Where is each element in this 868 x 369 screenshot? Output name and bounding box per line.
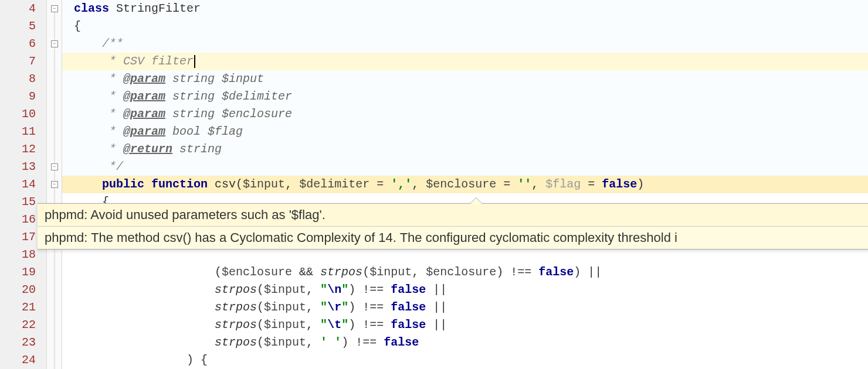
code-line[interactable]: strpos($input, ' ') !== false [62,334,868,351]
function-name: csv [215,177,236,191]
line-number: 20 [0,281,46,299]
fold-gutter: − − − − [47,0,62,369]
code-line[interactable]: strpos($input, "\t") !== false || [62,316,868,334]
doc-close: */ [102,160,123,173]
code-line[interactable]: * CSV filter [62,53,868,70]
param: $input [243,177,285,191]
line-number: 24 [0,351,46,369]
line-number: 19 [0,264,46,281]
class-name: StringFilter [116,2,201,15]
code-line[interactable]: class StringFilter [62,0,868,18]
line-number: 22 [0,316,46,334]
fold-end-icon[interactable]: − [51,163,58,170]
doc-tag-param: @param [123,125,165,138]
line-number: 9 [0,88,46,105]
line-number: 5 [0,18,46,35]
line-number-gutter: 4 5 6 7 8 9 10 11 12 13 14 15 16 17 18 1… [0,0,47,369]
fold-toggle-icon[interactable]: − [51,40,58,47]
line-number: 14 [0,176,46,193]
fn-strpos: strpos [215,283,257,296]
keyword-class: class [74,2,109,15]
doc-var: $delimiter [222,90,292,103]
fn-strpos: strpos [215,318,257,332]
code-line[interactable]: */ [62,158,868,176]
doc-open: /** [102,37,123,50]
fold-toggle-icon[interactable]: − [51,5,58,12]
doc-tag-param: @param [123,107,165,121]
line-number: 7 [0,53,46,70]
close-paren-brace: ) { [187,353,208,367]
text-caret [194,55,195,68]
code-line[interactable]: /** [62,35,868,53]
line-number: 6 [0,35,46,53]
line-number: 12 [0,141,46,158]
code-line[interactable]: strpos($input, "\n") !== false || [62,281,868,299]
keyword-public: public [102,177,144,191]
code-line[interactable]: strpos($input, "\r") !== false || [62,299,868,316]
keyword-function: function [151,177,208,191]
doc-var: $flag [208,125,243,138]
param: $flag [545,177,581,191]
line-number: 8 [0,70,46,88]
line-number: 10 [0,105,46,123]
keyword-false: false [602,177,637,191]
doc-tag-param: @param [123,90,165,103]
code-area[interactable]: class StringFilter { /** * CSV filter * … [62,0,868,369]
code-editor[interactable]: 4 5 6 7 8 9 10 11 12 13 14 15 16 17 18 1… [0,0,868,369]
code-line[interactable]: * @return string [62,141,868,158]
inspection-message: phpmd: The method csv() has a Cyclomatic… [38,227,868,249]
brace: { [74,19,81,33]
line-number: 11 [0,123,46,141]
doc-text: CSV filter [123,54,194,68]
code-line[interactable]: * @param string $input [62,70,868,88]
code-line[interactable]: { [62,18,868,35]
line-number: 4 [0,0,46,18]
fn-strpos: strpos [215,300,257,314]
line-number: 21 [0,299,46,316]
code-line[interactable]: * @param bool $flag [62,123,868,141]
code-line[interactable]: * @param string $enclosure [62,105,868,123]
inspection-tooltip: phpmd: Avoid unused parameters such as '… [38,203,868,250]
param: $enclosure [426,177,496,191]
doc-var: $enclosure [222,107,292,121]
doc-tag-return: @return [123,142,172,156]
param: $delimiter [299,177,369,191]
inspection-message: phpmd: Avoid unused parameters such as '… [38,204,868,227]
fn-strpos: strpos [215,336,257,349]
code-line[interactable]: * @param string $delimiter [62,88,868,105]
line-number: 23 [0,334,46,351]
doc-var: $input [222,72,264,86]
code-line[interactable]: ) { [62,351,868,369]
code-line[interactable]: ($enclosure && strpos($input, $enclosure… [62,264,868,281]
fn-strpos: strpos [320,265,362,279]
fold-toggle-icon[interactable]: − [51,181,58,188]
code-line[interactable]: public function csv($input, $delimiter =… [62,176,868,193]
line-number: 13 [0,158,46,176]
doc-tag-param: @param [123,72,165,86]
